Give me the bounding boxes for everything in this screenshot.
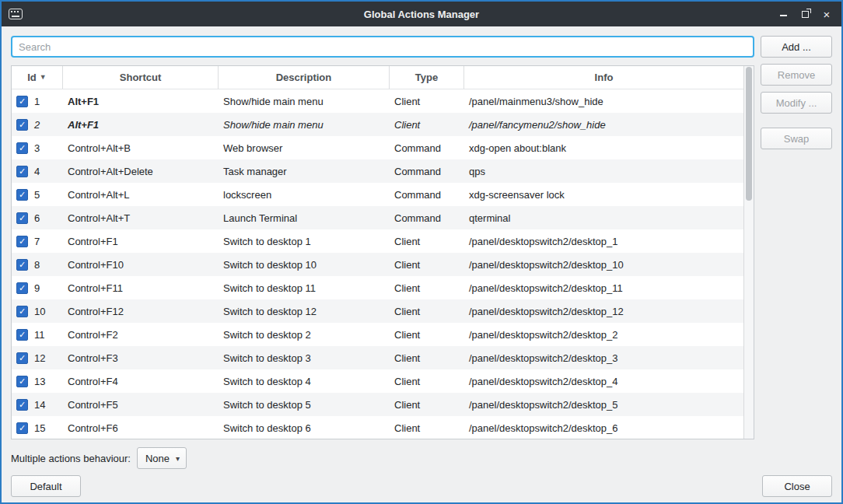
checkmark-icon: ✓	[19, 307, 26, 316]
column-header-shortcut[interactable]: Shortcut	[63, 66, 219, 89]
row-checkbox[interactable]: ✓	[16, 119, 28, 131]
row-info: qterminal	[464, 206, 743, 229]
row-checkbox[interactable]: ✓	[16, 96, 28, 107]
row-checkbox[interactable]: ✓	[16, 306, 28, 317]
row-description: Show/hide main menu	[219, 89, 390, 113]
row-info: /panel/desktopswitch2/desktop_11	[464, 276, 743, 299]
row-checkbox[interactable]: ✓	[16, 212, 28, 224]
row-shortcut: Control+F3	[63, 346, 219, 369]
default-button[interactable]: Default	[11, 475, 81, 497]
table-row[interactable]: ✓ 12 Control+F3 Switch to desktop 3 Clie…	[12, 346, 743, 369]
checkmark-icon: ✓	[19, 354, 26, 362]
window-title: Global Actions Manager	[2, 9, 841, 20]
modify-button[interactable]: Modify ...	[761, 92, 832, 114]
close-button[interactable]: Close	[762, 475, 832, 497]
row-shortcut: Alt+F1	[63, 113, 219, 136]
table-row[interactable]: ✓ 10 Control+F12 Switch to desktop 12 Cl…	[12, 299, 743, 323]
multiple-actions-value: None	[145, 453, 170, 464]
row-id: 6	[34, 212, 40, 224]
table-row[interactable]: ✓ 8 Control+F10 Switch to desktop 10 Cli…	[12, 253, 743, 276]
search-input[interactable]	[11, 36, 754, 58]
remove-button[interactable]: Remove	[761, 64, 832, 86]
scrollbar-thumb[interactable]	[746, 67, 752, 201]
table-row[interactable]: ✓ 11 Control+F2 Switch to desktop 2 Clie…	[12, 323, 743, 346]
swap-button[interactable]: Swap	[761, 128, 832, 149]
row-shortcut: Control+Alt+L	[63, 183, 219, 206]
row-description: lockscreen	[219, 183, 390, 206]
row-checkbox[interactable]: ✓	[16, 352, 28, 364]
table-row[interactable]: ✓ 3 Control+Alt+B Web browser Command xd…	[12, 136, 743, 159]
table-row[interactable]: ✓ 1 Alt+F1 Show/hide main menu Client /p…	[12, 89, 743, 113]
restore-icon[interactable]	[799, 9, 810, 19]
row-description: Web browser	[219, 136, 390, 159]
row-type: Client	[390, 369, 464, 393]
row-type: Client	[390, 393, 464, 416]
row-shortcut: Alt+F1	[63, 89, 219, 113]
row-id: 3	[34, 142, 40, 154]
row-description: Show/hide main menu	[219, 113, 390, 136]
table-row[interactable]: ✓ 13 Control+F4 Switch to desktop 4 Clie…	[12, 369, 743, 393]
row-type: Client	[390, 253, 464, 276]
table-row[interactable]: ✓ 2 Alt+F1 Show/hide main menu Client /p…	[12, 113, 743, 136]
row-checkbox[interactable]: ✓	[16, 259, 28, 271]
global-actions-manager-window: Global Actions Manager × Id ▼ Shortcut D…	[0, 0, 843, 504]
row-description: Task manager	[219, 159, 390, 183]
row-shortcut: Control+Alt+Delete	[63, 159, 219, 183]
table-row[interactable]: ✓ 7 Control+F1 Switch to desktop 1 Clien…	[12, 229, 743, 253]
row-id: 4	[34, 166, 40, 177]
column-header-info[interactable]: Info	[464, 66, 743, 89]
behaviour-row: Multiple actions behaviour: None ▾	[11, 447, 832, 469]
row-checkbox[interactable]: ✓	[16, 142, 28, 154]
row-type: Command	[390, 136, 464, 159]
checkmark-icon: ✓	[19, 214, 26, 222]
row-checkbox[interactable]: ✓	[16, 399, 28, 411]
row-info: /panel/desktopswitch2/desktop_2	[464, 323, 743, 346]
row-type: Client	[390, 229, 464, 253]
chevron-down-icon: ▾	[176, 454, 180, 463]
table-row[interactable]: ✓ 6 Control+Alt+T Launch Terminal Comman…	[12, 206, 743, 229]
multiple-actions-label: Multiple actions behaviour:	[11, 453, 131, 464]
row-id: 9	[34, 282, 40, 294]
row-description: Switch to desktop 3	[219, 346, 390, 369]
action-buttons-column: Add ... Remove Modify ... Swap	[761, 36, 832, 439]
row-description: Switch to desktop 12	[219, 299, 390, 323]
checkmark-icon: ✓	[19, 331, 26, 339]
row-shortcut: Control+F5	[63, 393, 219, 416]
vertical-scrollbar[interactable]	[743, 66, 754, 439]
row-shortcut: Control+Alt+B	[63, 136, 219, 159]
row-checkbox[interactable]: ✓	[16, 329, 28, 341]
column-header-description[interactable]: Description	[219, 66, 390, 89]
column-header-type[interactable]: Type	[390, 66, 464, 89]
row-description: Switch to desktop 11	[219, 276, 390, 299]
row-info: /panel/desktopswitch2/desktop_4	[464, 369, 743, 393]
row-checkbox[interactable]: ✓	[16, 236, 28, 247]
checkmark-icon: ✓	[19, 237, 26, 246]
row-description: Switch to desktop 10	[219, 253, 390, 276]
row-id: 12	[34, 352, 45, 364]
row-shortcut: Control+F4	[63, 369, 219, 393]
row-checkbox[interactable]: ✓	[16, 189, 28, 201]
table-row[interactable]: ✓ 4 Control+Alt+Delete Task manager Comm…	[12, 159, 743, 183]
sort-arrow-icon: ▼	[40, 74, 47, 81]
row-checkbox[interactable]: ✓	[16, 422, 28, 434]
row-id: 5	[34, 189, 40, 201]
row-info: /panel/desktopswitch2/desktop_3	[464, 346, 743, 369]
content-area: Id ▼ Shortcut Description Type Info ✓ 1 …	[2, 26, 841, 504]
minimize-icon[interactable]	[778, 9, 789, 19]
column-header-id[interactable]: Id ▼	[12, 66, 63, 89]
row-checkbox[interactable]: ✓	[16, 166, 28, 177]
multiple-actions-select[interactable]: None ▾	[137, 447, 187, 469]
table-row[interactable]: ✓ 5 Control+Alt+L lockscreen Command xdg…	[12, 183, 743, 206]
table-row[interactable]: ✓ 14 Control+F5 Switch to desktop 5 Clie…	[12, 393, 743, 416]
table-row[interactable]: ✓ 9 Control+F11 Switch to desktop 11 Cli…	[12, 276, 743, 299]
add-button[interactable]: Add ...	[761, 36, 832, 58]
checkmark-icon: ✓	[19, 191, 26, 199]
row-checkbox[interactable]: ✓	[16, 376, 28, 387]
checkmark-icon: ✓	[19, 97, 26, 106]
row-description: Switch to desktop 5	[219, 393, 390, 416]
row-checkbox[interactable]: ✓	[16, 282, 28, 294]
close-icon[interactable]: ×	[821, 9, 832, 19]
row-shortcut: Control+F1	[63, 229, 219, 253]
row-info: /panel/mainmenu3/show_hide	[464, 89, 743, 113]
table-row[interactable]: ✓ 15 Control+F6 Switch to desktop 6 Clie…	[12, 416, 743, 439]
